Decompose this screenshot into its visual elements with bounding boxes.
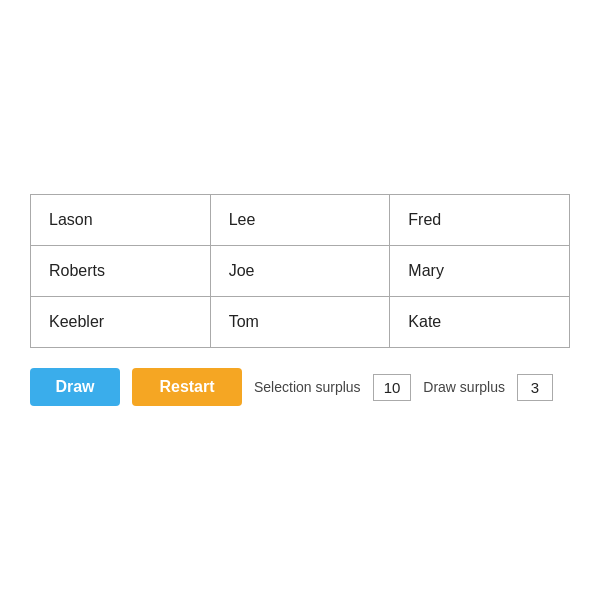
table-row: RobertsJoeMary [31, 246, 570, 297]
draw-surplus-value: 3 [517, 374, 553, 401]
selection-surplus-label: Selection surplus [254, 379, 361, 395]
table-cell: Tom [210, 297, 390, 348]
data-table: LasonLeeFredRobertsJoeMaryKeeblerTomKate [30, 194, 570, 348]
table-row: LasonLeeFred [31, 195, 570, 246]
main-container: LasonLeeFredRobertsJoeMaryKeeblerTomKate… [30, 194, 570, 406]
draw-button[interactable]: Draw [30, 368, 120, 406]
restart-button[interactable]: Restart [132, 368, 242, 406]
table-cell: Fred [390, 195, 570, 246]
table-cell: Mary [390, 246, 570, 297]
table-cell: Lason [31, 195, 211, 246]
controls-bar: Draw Restart Selection surplus 10 Draw s… [30, 368, 553, 406]
draw-surplus-label: Draw surplus [423, 379, 505, 395]
table-cell: Roberts [31, 246, 211, 297]
table-cell: Kate [390, 297, 570, 348]
selection-surplus-value: 10 [373, 374, 412, 401]
table-cell: Lee [210, 195, 390, 246]
table-cell: Joe [210, 246, 390, 297]
table-row: KeeblerTomKate [31, 297, 570, 348]
table-cell: Keebler [31, 297, 211, 348]
